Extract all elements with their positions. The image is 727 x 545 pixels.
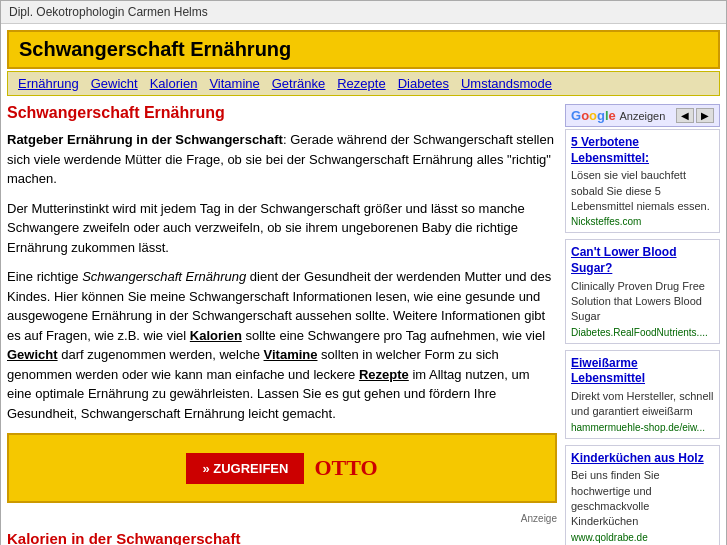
nav-kalorien[interactable]: Kalorien xyxy=(150,76,198,91)
ad-4-title[interactable]: Kinderküchen aus Holz xyxy=(571,451,714,467)
ad-item-1: 5 Verbotene Lebensmittel: Lösen sie viel… xyxy=(565,129,720,233)
ad-1-title[interactable]: 5 Verbotene Lebensmittel: xyxy=(571,135,714,166)
sidebar-next-btn[interactable]: ▶ xyxy=(696,108,714,123)
ad-item-4: Kinderküchen aus Holz Bei uns finden Sie… xyxy=(565,445,720,545)
site-header: Schwangerschaft Ernährung xyxy=(7,30,720,69)
ad-2-url[interactable]: Diabetes.RealFoodNutrients.... xyxy=(571,327,714,338)
para3-kalorien-link[interactable]: Kalorien xyxy=(190,328,242,343)
ad-4-url[interactable]: www.qoldrabe.de xyxy=(571,532,714,543)
otto-button-text: » ZUGREIFEN xyxy=(202,461,288,476)
google-ads-header: Google Anzeigen ◀ ▶ xyxy=(565,104,720,127)
ad-3-text: Direkt vom Hersteller, schnell und garan… xyxy=(571,389,714,420)
page-heading: Schwangerschaft Ernährung xyxy=(7,104,557,122)
nav-umstandsmode[interactable]: Umstandsmode xyxy=(461,76,552,91)
para3-italic: Schwangerschaft Ernährung xyxy=(82,269,246,284)
anzeige-label: Anzeige xyxy=(7,513,557,524)
title-bar-text: Dipl. Oekotrophologin Carmen Helms xyxy=(9,5,208,19)
paragraph-2: Der Mutterinstinkt wird mit jedem Tag in… xyxy=(7,199,557,258)
ad-item-2: Can't Lower Blood Sugar? Clinically Prov… xyxy=(565,239,720,343)
section-heading: Kalorien in der Schwangerschaft xyxy=(7,530,557,545)
para1-bold: Ratgeber Ernährung in der Schwangerschaf… xyxy=(7,132,283,147)
ad-2-title[interactable]: Can't Lower Blood Sugar? xyxy=(571,245,714,276)
para3-3: sollte eine Schwangere pro Tag aufnehmen… xyxy=(242,328,545,343)
para3-rezepte-link[interactable]: Rezepte xyxy=(359,367,409,382)
otto-logo: OTTO xyxy=(314,455,377,481)
nav-diabetes[interactable]: Diabetes xyxy=(398,76,449,91)
nav-gewicht[interactable]: Gewicht xyxy=(91,76,138,91)
para3-vitamine-link[interactable]: Vitamine xyxy=(264,347,318,362)
site-title: Schwangerschaft Ernährung xyxy=(19,38,291,60)
sidebar-nav-arrows: ◀ ▶ xyxy=(676,108,714,123)
banner-area: » ZUGREIFEN OTTO xyxy=(7,433,557,503)
google-logo: Google Anzeigen xyxy=(571,108,665,123)
para3-gewicht-link[interactable]: Gewicht xyxy=(7,347,58,362)
nav-getraenke[interactable]: Getränke xyxy=(272,76,325,91)
nav-ernaehrung[interactable]: Ernährung xyxy=(18,76,79,91)
otto-button[interactable]: » ZUGREIFEN xyxy=(186,453,304,484)
ad-item-3: Eiweißarme Lebensmittel Direkt vom Herst… xyxy=(565,350,720,439)
ad-4-text: Bei uns finden Sie hochwertige und gesch… xyxy=(571,468,714,530)
ad-1-url[interactable]: Nicksteffes.com xyxy=(571,216,714,227)
ad-1-text: Lösen sie viel bauchfett sobald Sie dies… xyxy=(571,168,714,214)
google-anzeigen-label: Anzeigen xyxy=(619,110,665,122)
para3-4: darf zugenommen werden, welche xyxy=(58,347,264,362)
ad-3-title[interactable]: Eiweißarme Lebensmittel xyxy=(571,356,714,387)
paragraph-3: Eine richtige Schwangerschaft Ernährung … xyxy=(7,267,557,423)
sidebar-prev-btn[interactable]: ◀ xyxy=(676,108,694,123)
ad-2-text: Clinically Proven Drug Free Solution tha… xyxy=(571,279,714,325)
title-bar: Dipl. Oekotrophologin Carmen Helms xyxy=(1,1,726,24)
para3-1: Eine richtige xyxy=(7,269,82,284)
ad-3-url[interactable]: hammermuehle-shop.de/eiw... xyxy=(571,422,714,433)
main-content: Schwangerschaft Ernährung Ratgeber Ernäh… xyxy=(7,104,557,545)
nav-bar: Ernährung Gewicht Kalorien Vitamine Getr… xyxy=(7,71,720,96)
nav-rezepte[interactable]: Rezepte xyxy=(337,76,385,91)
sidebar: Google Anzeigen ◀ ▶ 5 Verbotene Lebensmi… xyxy=(565,104,720,545)
nav-vitamine[interactable]: Vitamine xyxy=(209,76,259,91)
paragraph-1: Ratgeber Ernährung in der Schwangerschaf… xyxy=(7,130,557,189)
